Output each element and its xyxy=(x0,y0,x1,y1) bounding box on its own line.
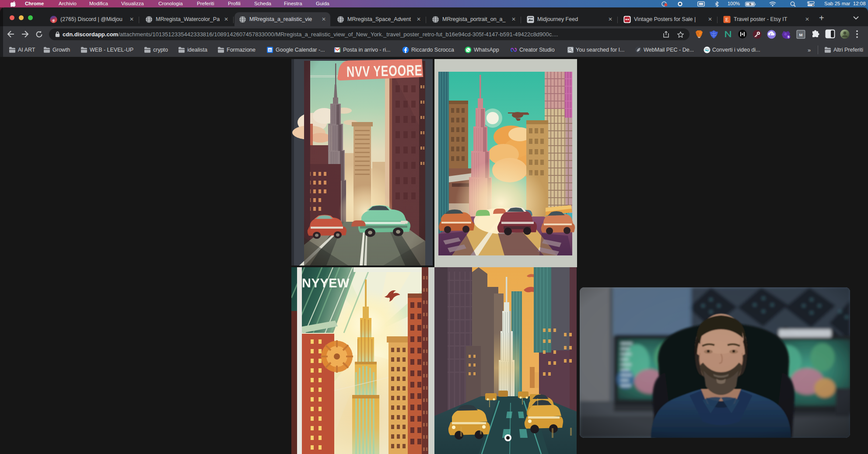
svg-text:2+: 2+ xyxy=(52,21,55,23)
svg-text:5: 5 xyxy=(788,35,789,39)
svg-text:31: 31 xyxy=(268,49,272,52)
svg-text:M: M xyxy=(799,32,803,37)
svg-text:NVV YEOORE: NVV YEOORE xyxy=(346,62,423,80)
svg-text:NYYEW: NYYEW xyxy=(302,276,350,290)
svg-text:E: E xyxy=(725,17,728,23)
